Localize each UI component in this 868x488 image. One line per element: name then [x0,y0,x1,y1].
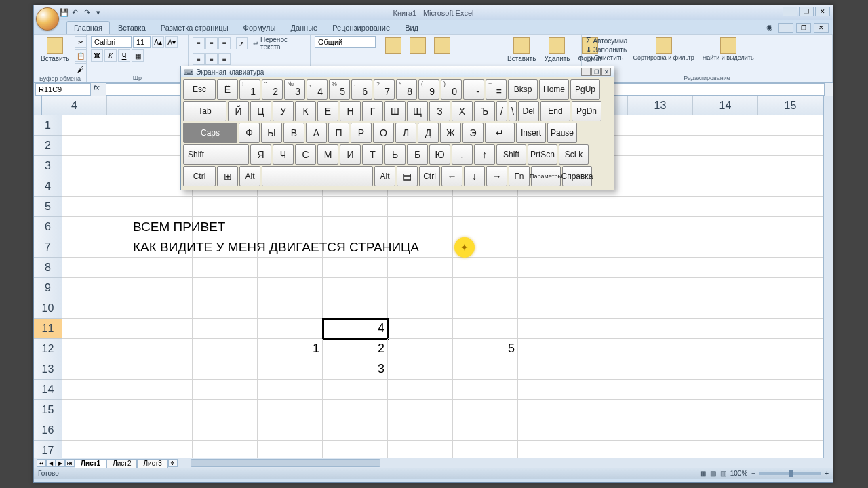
sheet-nav-next[interactable]: ▶ [56,459,65,467]
key-menu[interactable]: ▤ [397,166,418,186]
row-header[interactable]: 2 [34,136,62,156]
row-header[interactable]: 6 [34,217,62,237]
close-button[interactable]: ✕ [815,7,830,16]
sheet-tab[interactable]: Лист3 [137,459,167,468]
find-select-button[interactable]: Найти и выделить [700,36,757,62]
key-enter[interactable]: ↵ [485,123,515,143]
key-capslock[interactable]: Caps [183,123,237,143]
col-header[interactable] [107,96,172,115]
fx-button[interactable]: fx [94,83,106,96]
key[interactable]: №3 [284,79,305,100]
align-middle-icon[interactable]: ≡ [205,37,218,49]
copy-icon[interactable]: 📋 [75,49,87,62]
row-header[interactable]: 4 [34,176,62,197]
key-fn[interactable]: Fn [509,166,530,186]
autosum-button[interactable]: ΣАвтосумма [586,36,627,45]
key[interactable]: О [373,123,394,143]
key[interactable]: Ф [239,123,260,143]
key[interactable]: М [317,144,338,165]
key[interactable]: Э [462,123,484,143]
key[interactable]: "2 [262,79,283,100]
tab-view[interactable]: Вид [398,22,425,34]
row-header[interactable]: 12 [34,339,62,359]
new-sheet-button[interactable]: ✼ [168,459,178,467]
cell[interactable]: 1 [258,339,323,359]
key[interactable]: Б [407,144,428,165]
key[interactable]: Ю [429,144,450,165]
key[interactable]: )0 [441,79,462,100]
tab-review[interactable]: Рецензирование [326,22,397,34]
key[interactable]: Ь [384,144,406,165]
key[interactable]: _- [463,79,484,100]
selected-cell[interactable]: 4 [323,319,388,339]
zoom-slider[interactable] [760,472,821,475]
key[interactable]: Ж [440,123,461,143]
key-scrolllock[interactable]: ScLk [559,144,589,165]
key[interactable]: . [452,144,473,165]
zoom-thumb[interactable] [789,470,793,477]
cell[interactable]: 5 [453,339,518,359]
key[interactable]: *8 [396,79,417,100]
key-pgdn[interactable]: PgDn [572,101,601,121]
sheet-tab[interactable]: Лист2 [106,459,137,468]
save-icon[interactable]: 💾 [60,8,69,18]
zoom-in-button[interactable]: + [825,470,829,477]
view-break-icon[interactable]: ▥ [720,470,726,477]
cell[interactable]: 2 [323,339,388,359]
osk-close[interactable]: ✕ [601,68,611,76]
key[interactable]: Г [362,101,383,121]
key-backspace[interactable]: Bksp [508,79,538,100]
row-header[interactable]: 3 [34,156,62,176]
key-arrow-left[interactable]: ← [441,166,462,186]
col-header[interactable]: 4 [42,96,107,115]
row-header[interactable]: 7 [34,237,62,258]
key[interactable]: П [328,123,349,143]
row-header[interactable]: 8 [34,258,62,278]
fill-button[interactable]: ⬇Заполнить [586,46,627,54]
vertical-scrollbar[interactable] [823,96,833,458]
font-name-combo[interactable]: Calibri [91,36,132,48]
tab-formulas[interactable]: Формулы [237,22,283,34]
name-box[interactable]: R11C9 [35,83,91,96]
format-table-button[interactable] [407,36,429,55]
key[interactable]: :6 [351,79,372,100]
row-header[interactable]: 5 [34,197,62,217]
key[interactable]: У [273,101,294,121]
italic-button[interactable]: К [104,49,117,62]
key-pgup[interactable]: PgUp [570,79,600,100]
key[interactable]: Ы [261,123,282,143]
align-top-icon[interactable]: ≡ [193,37,205,49]
key-settings[interactable]: Параметры [531,166,561,186]
key[interactable]: И [340,144,361,165]
key[interactable]: С [295,144,316,165]
key[interactable]: Ш [384,101,406,121]
zoom-level[interactable]: 100% [730,470,748,477]
paste-button[interactable]: Вставить [38,36,72,64]
key-prtscn[interactable]: PrtScn [528,144,557,165]
osk-titlebar[interactable]: ⌨ Экранная клавиатура — ❐ ✕ [181,66,614,77]
key[interactable]: (9 [418,79,439,100]
key[interactable]: Ц [250,101,271,121]
insert-cells-button[interactable]: Вставить [505,36,538,64]
minimize-button[interactable]: — [783,7,797,16]
maximize-button[interactable]: ❐ [799,7,814,16]
redo-icon[interactable]: ↷ [84,8,94,18]
zoom-out-button[interactable]: − [751,470,755,477]
key[interactable]: К [295,101,316,121]
cond-format-button[interactable] [382,36,404,55]
key[interactable]: Т [362,144,383,165]
col-header[interactable]: 15 [758,96,823,115]
ribbon-min-button[interactable]: — [778,23,793,33]
row-header[interactable]: 15 [34,400,62,420]
view-normal-icon[interactable]: ▦ [700,470,706,477]
key-help[interactable]: Справка [562,166,592,186]
key[interactable]: += [486,79,507,100]
tab-data[interactable]: Данные [283,22,324,34]
sort-filter-button[interactable]: Сортировка и фильтр [630,36,696,62]
tab-home[interactable]: Главная [66,21,110,34]
key-pause[interactable]: Pause [547,123,577,143]
font-size-combo[interactable]: 11 [133,36,151,48]
key-del[interactable]: Del [518,101,539,121]
col-header[interactable]: 13 [628,96,693,115]
borders-icon[interactable]: ▦ [132,49,144,62]
